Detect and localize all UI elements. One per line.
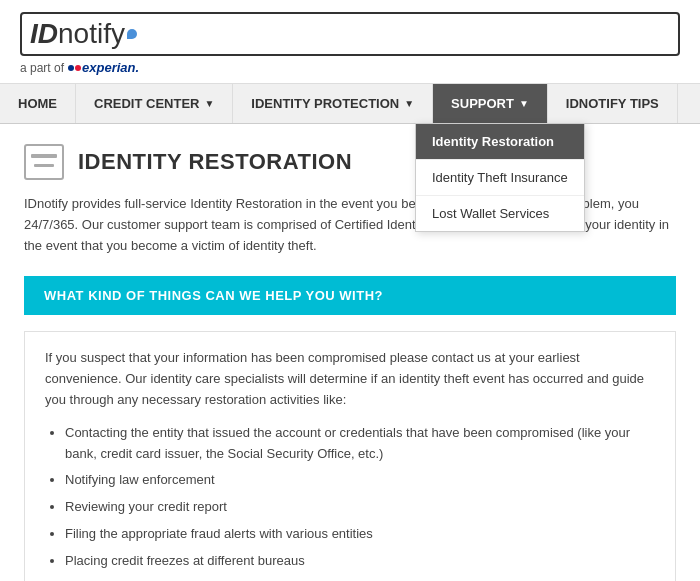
logo-notify: notify xyxy=(58,18,125,50)
content-text: If you suspect that your information has… xyxy=(45,348,655,410)
nav-idnotify-tips[interactable]: IDNOTIFY TIPS xyxy=(548,84,678,123)
experian-logo: experian. xyxy=(68,60,139,75)
dropdown-lost-wallet-services-label: Lost Wallet Services xyxy=(432,206,549,221)
page-icon xyxy=(24,144,64,180)
teal-heading: WHAT KIND OF THINGS CAN WE HELP YOU WITH… xyxy=(44,288,656,303)
dropdown-item-identity-theft-insurance[interactable]: Identity Theft Insurance xyxy=(416,160,584,196)
bullet-3: Reviewing your credit report xyxy=(65,497,655,518)
nav-credit-center-arrow: ▼ xyxy=(204,98,214,109)
experian-dot-blue xyxy=(68,65,74,71)
content-box: If you suspect that your information has… xyxy=(24,331,676,581)
dropdown-item-lost-wallet-services[interactable]: Lost Wallet Services xyxy=(416,196,584,231)
page-title: IDENTITY RESTORATION xyxy=(78,149,352,175)
bullets-list: Contacting the entity that issued the ac… xyxy=(45,423,655,572)
dropdown-identity-restoration-label: Identity Restoration xyxy=(432,134,554,149)
tagline: a part of experian. xyxy=(20,60,680,75)
nav-idnotify-tips-label: IDNOTIFY TIPS xyxy=(566,96,659,111)
nav-support-label: SUPPORT xyxy=(451,96,514,111)
bullet-2: Notifying law enforcement xyxy=(65,470,655,491)
nav-credit-center[interactable]: CREDIT CENTER ▼ xyxy=(76,84,233,123)
header: ID notify a part of experian. xyxy=(0,0,700,84)
nav-home-label: HOME xyxy=(18,96,57,111)
teal-box: WHAT KIND OF THINGS CAN WE HELP YOU WITH… xyxy=(24,276,676,315)
logo-bubble-icon xyxy=(127,29,137,39)
nav-credit-center-label: CREDIT CENTER xyxy=(94,96,199,111)
experian-dot-red xyxy=(75,65,81,71)
bullet-5: Placing credit freezes at different bure… xyxy=(65,551,655,572)
logo-area: ID notify a part of experian. xyxy=(20,12,680,75)
logo-id: ID xyxy=(30,18,58,50)
nav-support[interactable]: SUPPORT ▼ xyxy=(433,84,548,123)
nav-identity-protection-arrow: ▼ xyxy=(404,98,414,109)
nav-support-arrow: ▼ xyxy=(519,98,529,109)
nav-identity-protection[interactable]: IDENTITY PROTECTION ▼ xyxy=(233,84,433,123)
main-content: IDENTITY RESTORATION IDnotify provides f… xyxy=(0,124,700,581)
experian-text: experian. xyxy=(82,60,139,75)
nav-home[interactable]: HOME xyxy=(0,84,76,123)
navigation: HOME CREDIT CENTER ▼ IDENTITY PROTECTION… xyxy=(0,84,700,124)
dropdown-identity-theft-insurance-label: Identity Theft Insurance xyxy=(432,170,568,185)
logo-box: ID notify xyxy=(20,12,680,56)
bullet-4: Filing the appropriate fraud alerts with… xyxy=(65,524,655,545)
tagline-prefix: a part of xyxy=(20,61,64,75)
support-dropdown: Identity Restoration Identity Theft Insu… xyxy=(415,123,585,232)
nav-identity-protection-label: IDENTITY PROTECTION xyxy=(251,96,399,111)
dropdown-item-identity-restoration[interactable]: Identity Restoration xyxy=(416,124,584,160)
bullet-1: Contacting the entity that issued the ac… xyxy=(65,423,655,465)
